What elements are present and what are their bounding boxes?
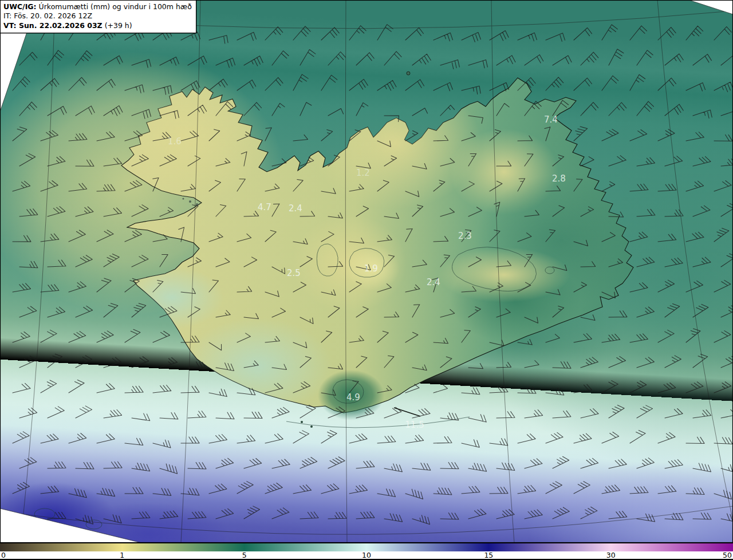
title-line: UWC/IG: Úrkomumætti (mm) og vindur i 100… [3, 2, 192, 11]
precip-value-label: 4.7 [258, 202, 271, 212]
precip-value-label: 4.9 [346, 392, 360, 403]
forecast-map: 1.67.42.84.72.41.22.32.51.92.44.911.5 UW… [0, 0, 733, 543]
valid-time-line: VT: Sun. 22.02.2026 03Z (+39 h) [3, 21, 192, 30]
colorbar-tick-1: 1 [120, 551, 124, 559]
init-time-line: IT: Fös. 20. 02. 2026 12Z [3, 11, 192, 21]
init-time: Fös. 20. 02. 2026 12Z [14, 11, 92, 20]
precip-value-label: 2.8 [552, 173, 566, 184]
precip-value-label: 2.5 [287, 268, 301, 278]
title-box: UWC/IG: Úrkomumætti (mm) og vindur i 100… [0, 0, 196, 33]
colorbar-tick-5: 5 [242, 551, 247, 559]
precip-value-label: 7.4 [544, 115, 558, 125]
colorbar-tick-15: 15 [484, 551, 493, 559]
weather-map-app: 1.67.42.84.72.41.22.32.51.92.44.911.5 UW… [0, 0, 733, 560]
precip-value-label: 1.9 [364, 263, 378, 274]
colorbar-tick-labels: 01510153050 [0, 551, 733, 559]
colorbar-tick-0: 0 [1, 551, 6, 559]
colorbar-tick-50: 50 [723, 551, 732, 559]
colorbar-tick-30: 30 [606, 551, 616, 559]
valid-time: Sun. 22.02.2026 03Z [19, 21, 103, 30]
precip-value-label: 1.6 [168, 136, 182, 147]
valid-offset: (+39 h) [103, 21, 132, 30]
precipitation-wind-map: 1.67.42.84.72.41.22.32.51.92.44.911.5 [0, 0, 733, 543]
precip-value-label: 11.5 [405, 420, 424, 430]
precip-value-label: 1.2 [356, 168, 370, 178]
product-title: Úrkomumætti (mm) og vindur i 100m hæð [37, 2, 192, 11]
precip-value-label: 2.3 [458, 231, 472, 241]
colorbar-gradient [0, 543, 733, 551]
precip-value-label: 2.4 [289, 203, 302, 214]
precip-value-label: 2.4 [427, 277, 440, 287]
product-label: UWC/IG: [3, 2, 37, 11]
colorbar: 01510153050 [0, 543, 733, 560]
colorbar-tick-10: 10 [362, 551, 371, 559]
